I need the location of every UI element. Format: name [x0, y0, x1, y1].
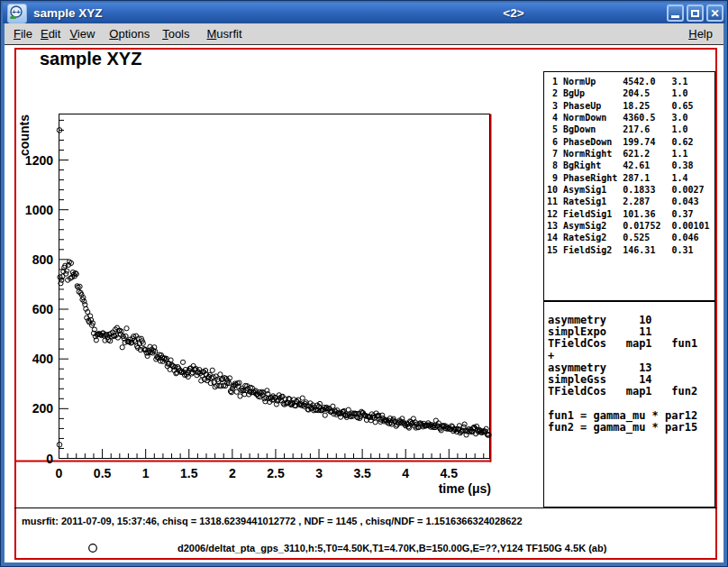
svg-text:0.5: 0.5	[94, 466, 112, 480]
svg-text:1: 1	[142, 466, 150, 480]
svg-text:2: 2	[229, 466, 236, 480]
svg-text:1.5: 1.5	[180, 466, 198, 480]
svg-text:3: 3	[315, 466, 323, 480]
theory-pad[interactable]: asymmetry 10 simplExpo 11 TFieldCos map1…	[543, 301, 715, 508]
fit-status-line: musrfit: 2011-07-09, 15:37:46, chisq = 1…	[22, 516, 523, 526]
svg-text:800: 800	[32, 252, 54, 267]
svg-text:1000: 1000	[25, 203, 53, 217]
run-legend-label: d2006/deltat_pta_gps_3110,h:5,T0=4.50K,T…	[177, 543, 606, 553]
musrfit-window: ++ sample XYZ <2> ✕ File Edit View Optio…	[0, 0, 728, 567]
svg-text:4.5: 4.5	[441, 466, 459, 480]
plot-title: sample XYZ	[40, 49, 141, 69]
svg-text:200: 200	[32, 401, 54, 416]
x-axis-label: time (μs)	[387, 481, 491, 496]
svg-text:3.5: 3.5	[353, 466, 371, 480]
parameter-list: 1 NormUp 4542.0 3.1 2 BgUp 204.5 1.0 3 P…	[544, 72, 714, 256]
svg-text:600: 600	[32, 302, 54, 316]
svg-text:2.5: 2.5	[267, 466, 285, 480]
svg-text:0: 0	[56, 466, 63, 480]
svg-text:400: 400	[32, 352, 54, 366]
y-axis-label: counts	[17, 107, 32, 163]
theory-text: asymmetry 10 simplExpo 11 TFieldCos map1…	[544, 302, 714, 434]
svg-text:4: 4	[402, 466, 409, 480]
svg-text:0: 0	[46, 452, 53, 466]
parameter-pad[interactable]: 1 NormUp 4542.0 3.1 2 BgUp 204.5 1.0 3 P…	[543, 71, 715, 301]
legend-marker-icon	[89, 544, 97, 553]
